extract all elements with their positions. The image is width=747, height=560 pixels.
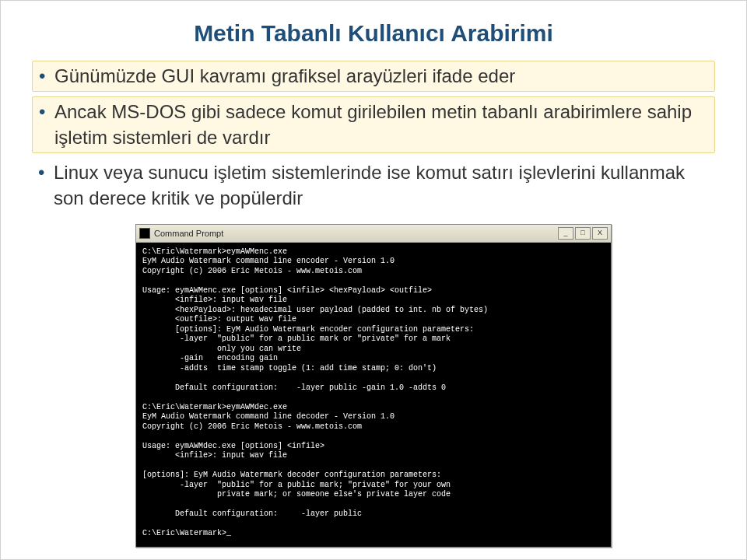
maximize-button[interactable]: □ <box>575 227 591 240</box>
slide-title: Metin Tabanlı Kullanıcı Arabirimi <box>32 20 715 47</box>
terminal-body: C:\Eric\Watermark>eymAWMenc.exe EyM Audi… <box>136 243 611 547</box>
window-buttons: _ □ X <box>558 227 608 240</box>
bullet-item: Günümüzde GUI kavramı grafiksel arayüzle… <box>32 61 715 92</box>
bullet-list: Günümüzde GUI kavramı grafiksel arayüzle… <box>32 61 715 213</box>
minimize-button[interactable]: _ <box>558 227 573 240</box>
bullet-item: Linux veya sunucu işletim sistemlerinde … <box>32 158 715 213</box>
cmd-icon <box>139 228 150 239</box>
command-prompt-window: Command Prompt _ □ X C:\Eric\Watermark>e… <box>135 224 612 548</box>
terminal-container: Command Prompt _ □ X C:\Eric\Watermark>e… <box>32 224 715 548</box>
bullet-item: Ancak MS-DOS gibi sadece komut girilebil… <box>32 96 715 153</box>
window-titlebar: Command Prompt _ □ X <box>136 225 611 243</box>
close-button[interactable]: X <box>592 227 608 240</box>
slide: Metin Tabanlı Kullanıcı Arabirimi Günümü… <box>0 0 747 560</box>
window-title: Command Prompt <box>154 229 223 238</box>
titlebar-left: Command Prompt <box>139 228 223 239</box>
